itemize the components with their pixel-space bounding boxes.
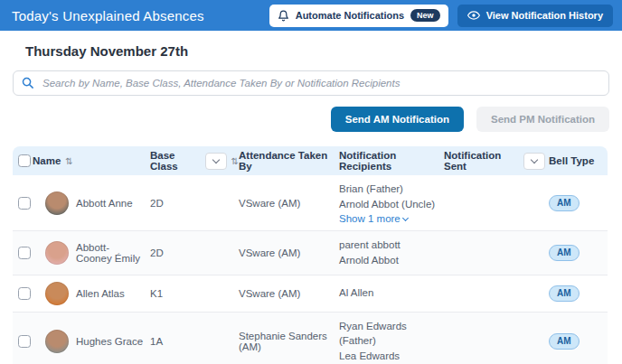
- avatar: [45, 191, 69, 215]
- send-pm-notification-button[interactable]: Send PM Notification: [476, 107, 609, 132]
- recipients-cell: Al Allen: [339, 279, 444, 307]
- search-bar: [13, 70, 609, 96]
- absences-table: Name ⇅ Base Class ⇅ Attendance Taken By …: [13, 146, 608, 364]
- header-notification-sent[interactable]: Notification Sent: [444, 150, 545, 172]
- bell-type-cell: AM: [545, 327, 608, 356]
- base-class-value: K1: [150, 282, 239, 305]
- row-checkbox-cell: [13, 287, 33, 300]
- view-notification-history-label: View Notification History: [486, 10, 603, 21]
- name-cell: Abbott-Cooney Émily: [33, 235, 150, 271]
- table-row: Abbott-Cooney Émily 2D VSware (AM) paren…: [13, 231, 608, 275]
- name-cell: Abbott Anne: [33, 185, 150, 221]
- bell-type-cell: AM: [545, 279, 608, 308]
- recipient: Al Allen: [339, 285, 438, 301]
- name-cell: Hughes Grace: [33, 323, 150, 359]
- header-name[interactable]: Name ⇅: [33, 155, 150, 166]
- top-bar-actions: Automate Notifications New View Notifica…: [269, 5, 613, 27]
- header-checkbox-cell: [13, 154, 33, 167]
- base-class-value: 1A: [150, 330, 239, 353]
- table-row: Hughes Grace 1A Stephanie Sanders (AM) R…: [13, 313, 608, 364]
- row-checkbox[interactable]: [18, 335, 31, 348]
- recipients-cell: parent abbottArnold Abbot: [339, 231, 444, 274]
- notification-sent-value: [444, 197, 545, 210]
- top-bar: Today's Unexplained Absences Automate No…: [0, 0, 622, 31]
- recipients-cell: Brian (Father)Arnold Abbot (Uncle)Show 1…: [339, 175, 444, 230]
- notification-sent-value: [444, 247, 545, 259]
- chevron-down-icon: [212, 155, 219, 163]
- eye-icon: [467, 9, 480, 22]
- row-checkbox[interactable]: [18, 197, 31, 210]
- search-icon: [21, 76, 34, 89]
- bell-type-badge: AM: [549, 195, 580, 211]
- student-name: Abbott Anne: [76, 198, 133, 209]
- search-input[interactable]: [13, 70, 609, 96]
- recipient: parent abbott: [339, 238, 438, 253]
- bell-type-cell: AM: [545, 238, 608, 267]
- header-notification-recipients: Notification Recipients: [339, 150, 444, 172]
- header-base-class[interactable]: Base Class ⇅: [150, 150, 239, 172]
- recipient: Ryan Edwards (Father): [339, 319, 438, 349]
- name-cell: Allen Atlas: [33, 275, 150, 312]
- table-header-row: Name ⇅ Base Class ⇅ Attendance Taken By …: [13, 146, 608, 175]
- date-heading: Thursday November 27th: [25, 43, 622, 59]
- recipients-list: parent abbottArnold Abbot: [339, 238, 438, 267]
- sort-icon[interactable]: ⇅: [231, 156, 239, 166]
- student-name: Allen Atlas: [76, 288, 125, 299]
- attendance-taken-by-value: VSware (AM): [239, 282, 339, 305]
- row-checkbox[interactable]: [18, 287, 31, 300]
- recipients-list: Brian (Father)Arnold Abbot (Uncle)Show 1…: [339, 182, 438, 224]
- notification-sent-value: [444, 335, 545, 348]
- row-checkbox[interactable]: [18, 247, 31, 259]
- recipient: Lea Edwards: [339, 349, 438, 364]
- base-class-filter-dropdown[interactable]: [205, 153, 227, 170]
- avatar: [45, 282, 69, 305]
- recipient: Brian (Father): [339, 182, 438, 197]
- student-name: Abbott-Cooney Émily: [76, 242, 145, 264]
- notification-sent-filter-dropdown[interactable]: [523, 153, 545, 170]
- sort-icon[interactable]: ⇅: [65, 156, 72, 166]
- chevron-down-icon: [402, 215, 409, 221]
- row-checkbox-cell: [13, 247, 33, 259]
- table-row: Abbott Anne 2D VSware (AM) Brian (Father…: [13, 175, 608, 231]
- chevron-down-icon: [531, 155, 538, 163]
- row-checkbox-cell: [13, 197, 33, 210]
- header-attendance-taken-by: Attendance Taken By: [239, 150, 339, 172]
- show-more-link[interactable]: Show 1 more: [339, 213, 408, 224]
- table-row: Allen Atlas K1 VSware (AM) Al Allen AM: [13, 275, 608, 313]
- recipients-cell: Ryan Edwards (Father)Lea Edwards: [339, 313, 444, 364]
- new-badge: New: [410, 9, 440, 22]
- recipient: Arnold Abbot: [339, 253, 438, 268]
- header-bell-type: Bell Type: [545, 155, 608, 166]
- base-class-value: 2D: [150, 191, 239, 215]
- attendance-taken-by-value: VSware (AM): [239, 191, 339, 215]
- bell-icon: [278, 10, 289, 22]
- avatar: [45, 241, 69, 265]
- page: Today's Unexplained Absences Automate No…: [0, 0, 622, 364]
- base-class-value: 2D: [150, 241, 239, 265]
- select-all-checkbox[interactable]: [18, 154, 31, 167]
- avatar: [45, 330, 69, 353]
- automate-notifications-button[interactable]: Automate Notifications New: [269, 5, 448, 27]
- automate-notifications-label: Automate Notifications: [296, 10, 404, 21]
- notification-sent-value: [444, 287, 545, 300]
- notification-actions: Send AM Notification Send PM Notificatio…: [0, 107, 609, 132]
- attendance-taken-by-value: Stephanie Sanders (AM): [239, 324, 339, 359]
- bell-type-cell: AM: [545, 189, 608, 218]
- recipient: Arnold Abbot (Uncle): [339, 197, 438, 212]
- send-am-notification-button[interactable]: Send AM Notification: [331, 107, 464, 132]
- bell-type-badge: AM: [549, 333, 580, 350]
- student-name: Hughes Grace: [76, 336, 143, 347]
- bell-type-badge: AM: [549, 245, 580, 261]
- attendance-taken-by-value: VSware (AM): [239, 241, 339, 265]
- view-notification-history-button[interactable]: View Notification History: [457, 5, 613, 27]
- page-title: Today's Unexplained Absences: [12, 8, 269, 23]
- bell-type-badge: AM: [549, 285, 580, 302]
- table-body: Abbott Anne 2D VSware (AM) Brian (Father…: [13, 175, 608, 364]
- recipients-list: Ryan Edwards (Father)Lea Edwards: [339, 319, 438, 364]
- row-checkbox-cell: [13, 335, 33, 348]
- recipients-list: Al Allen: [339, 285, 438, 301]
